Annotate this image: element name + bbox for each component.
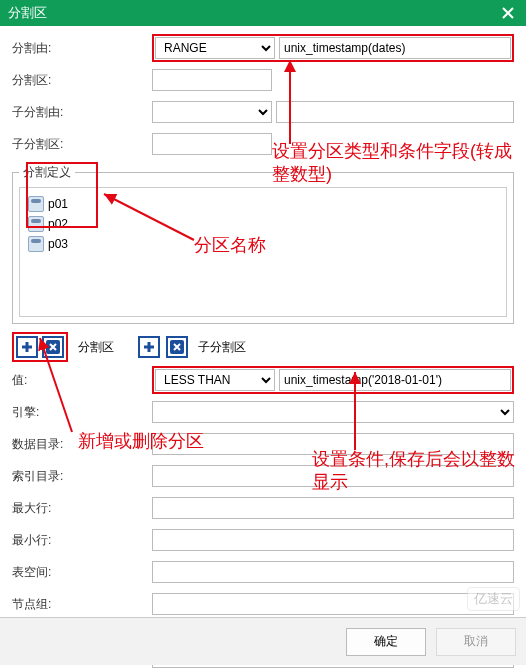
- section-label-subpartition: 子分割区: [198, 339, 246, 356]
- data-dir-input[interactable]: [152, 433, 514, 455]
- label-value: 值:: [12, 372, 152, 389]
- partition-type-select[interactable]: RANGE: [155, 37, 275, 59]
- partition-icon: [28, 236, 44, 252]
- label-subpartition-by: 子分割由:: [12, 104, 152, 121]
- definition-legend: 分割定义: [19, 164, 75, 181]
- tablespace-input[interactable]: [152, 561, 514, 583]
- window-title: 分割区: [8, 4, 47, 22]
- label-data-dir: 数据目录:: [12, 436, 152, 453]
- x-icon: [46, 340, 60, 354]
- cancel-button[interactable]: 取消: [436, 628, 516, 656]
- tree-item-label: p02: [48, 217, 68, 231]
- partition-tree[interactable]: p01 p02 p03: [19, 187, 507, 317]
- subpartition-type-select[interactable]: [152, 101, 272, 123]
- subpartition-zone-input[interactable]: [152, 133, 272, 155]
- remove-subpartition-button[interactable]: [166, 336, 188, 358]
- value-expr-input[interactable]: [279, 369, 511, 391]
- definition-fieldset: 分割定义 p01 p02 p03: [12, 164, 514, 324]
- plus-icon: [142, 340, 156, 354]
- label-partition-zone: 分割区:: [12, 72, 152, 89]
- label-engine: 引擎:: [12, 404, 152, 421]
- partition-zone-input[interactable]: [152, 69, 272, 91]
- engine-select[interactable]: [152, 401, 514, 423]
- label-subpartition-zone: 子分割区:: [12, 136, 152, 153]
- footer-bar: 确定 取消: [0, 617, 526, 665]
- subpartition-expr-input[interactable]: [276, 101, 514, 123]
- index-dir-input[interactable]: [152, 465, 514, 487]
- label-node-group: 节点组:: [12, 596, 152, 613]
- partition-icon: [28, 196, 44, 212]
- titlebar: 分割区: [0, 0, 526, 26]
- section-label-partition: 分割区: [78, 339, 114, 356]
- min-rows-input[interactable]: [152, 529, 514, 551]
- tree-item[interactable]: p01: [28, 194, 498, 214]
- add-partition-button[interactable]: [16, 336, 38, 358]
- cancel-label: 取消: [464, 633, 488, 650]
- label-max-rows: 最大行:: [12, 500, 152, 517]
- label-tablespace: 表空间:: [12, 564, 152, 581]
- add-subpartition-button[interactable]: [138, 336, 160, 358]
- tree-item-label: p01: [48, 197, 68, 211]
- close-button[interactable]: [498, 3, 518, 23]
- label-index-dir: 索引目录:: [12, 468, 152, 485]
- watermark: 亿速云: [467, 587, 520, 611]
- plus-icon: [20, 340, 34, 354]
- label-partition-by: 分割由:: [12, 40, 152, 57]
- tree-item[interactable]: p02: [28, 214, 498, 234]
- partition-icon: [28, 216, 44, 232]
- tree-item[interactable]: p03: [28, 234, 498, 254]
- close-icon: [502, 7, 514, 19]
- label-min-rows: 最小行:: [12, 532, 152, 549]
- tree-item-label: p03: [48, 237, 68, 251]
- x-icon: [170, 340, 184, 354]
- max-rows-input[interactable]: [152, 497, 514, 519]
- partition-expr-input[interactable]: [279, 37, 511, 59]
- ok-label: 确定: [374, 633, 398, 650]
- remove-partition-button[interactable]: [42, 336, 64, 358]
- ok-button[interactable]: 确定: [346, 628, 426, 656]
- node-group-input[interactable]: [152, 593, 514, 615]
- value-op-select[interactable]: LESS THAN: [155, 369, 275, 391]
